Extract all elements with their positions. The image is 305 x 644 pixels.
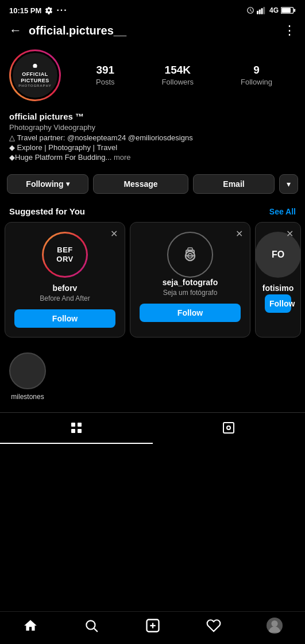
time: 10:15 PM [9, 6, 41, 15]
svg-rect-5 [294, 9, 296, 12]
bio-line-1: △ Travel partner: @nosleepteam24 @emilio… [9, 133, 296, 142]
stat-following[interactable]: 9 Following [241, 64, 272, 87]
see-all-button[interactable]: See All [269, 207, 296, 216]
nav-profile-avatar [267, 618, 283, 634]
close-seja-button[interactable]: ✕ [235, 228, 243, 239]
menu-button[interactable]: ⋮ [283, 23, 296, 38]
stat-posts[interactable]: 391 Posts [96, 64, 115, 87]
grid-tab[interactable] [0, 413, 153, 444]
signal-icon [257, 6, 267, 14]
svg-point-19 [227, 426, 230, 430]
search-icon [84, 618, 99, 633]
battery-icon [281, 6, 296, 14]
highlight-milestones[interactable]: milestones [9, 352, 46, 401]
header: ← official.pictures__ ⋮ [0, 21, 305, 44]
bio-name: official pictures ™ [9, 112, 296, 121]
svg-rect-2 [261, 8, 262, 14]
nav-add[interactable] [122, 618, 183, 634]
svg-point-20 [87, 620, 95, 629]
svg-point-25 [271, 620, 277, 627]
avatar-container: OFFICIAL PICTURES PHOTOGRAPHY [9, 49, 61, 101]
svg-rect-9 [34, 64, 36, 66]
seja-subtitle: Seja um fotógrafo [163, 289, 218, 297]
status-left: 10:15 PM ··· [9, 5, 68, 16]
following-count: 9 [241, 64, 272, 76]
avatar: OFFICIAL PICTURES PHOTOGRAPHY [11, 51, 59, 99]
tag-icon [222, 421, 235, 435]
add-icon [145, 618, 161, 634]
message-button[interactable]: Message [93, 174, 188, 194]
status-right: 4G [246, 6, 296, 14]
svg-rect-14 [71, 423, 75, 427]
tag-tab[interactable] [153, 413, 306, 444]
back-button[interactable]: ← [9, 23, 22, 38]
following-label: Following [241, 78, 272, 86]
close-beforv-button[interactable]: ✕ [110, 228, 118, 239]
follow-fotisimo-button[interactable]: Follow [265, 294, 291, 313]
fotisimo-username: fotisimo [262, 283, 294, 293]
fotisimo-avatar: FO [255, 232, 301, 278]
action-buttons: Following ▾ Message Email ▾ [0, 170, 305, 198]
close-fotisimo-button[interactable]: ✕ [286, 228, 294, 239]
beforv-subtitle: Before And After [40, 294, 90, 302]
follow-seja-button[interactable]: Follow [140, 304, 241, 322]
profile-username: official.pictures__ [29, 24, 276, 37]
dropdown-button[interactable]: ▾ [279, 174, 298, 194]
highlight-circle-milestones [9, 352, 46, 389]
posts-count: 391 [96, 64, 115, 76]
bio-line-3: ◆Huge Platform For Budding... more [9, 153, 296, 162]
svg-line-21 [94, 628, 98, 632]
grid-tag-bar [0, 412, 305, 444]
followers-label: Followers [161, 78, 194, 86]
gear-icon [45, 6, 53, 14]
suggested-scroll: ✕ BEFORV beforv Before And After Follow … [0, 222, 305, 347]
suggested-card-fotisimo: ✕ FO fotisimo Follow [255, 222, 301, 338]
bio-section: official pictures ™ Photography Videogra… [0, 107, 305, 170]
follow-beforv-button[interactable]: Follow [14, 309, 115, 328]
grid-icon [70, 421, 83, 435]
network-type: 4G [269, 6, 279, 14]
svg-rect-1 [259, 10, 261, 14]
bio-subtitle: Photography Videography [9, 123, 296, 132]
seja-username: seja_fotografo [163, 278, 218, 287]
email-button[interactable]: Email [193, 174, 275, 194]
svg-rect-16 [71, 429, 75, 433]
status-bar: 10:15 PM ··· 4G [0, 0, 305, 21]
suggested-header: Suggested for You See All [0, 198, 305, 222]
ellipsis-icon: ··· [56, 5, 67, 16]
nav-profile[interactable] [244, 618, 305, 634]
seja-avatar [167, 232, 213, 278]
svg-rect-15 [78, 423, 82, 427]
stat-followers[interactable]: 154K Followers [161, 64, 194, 87]
suggested-card-beforv: ✕ BEFORV beforv Before And After Follow [5, 222, 125, 338]
nav-search[interactable] [61, 618, 122, 633]
profile-section: OFFICIAL PICTURES PHOTOGRAPHY 391 Posts … [0, 44, 305, 107]
highlights-section: milestones [0, 347, 305, 407]
beforv-avatar: BEFORV [42, 232, 88, 278]
bio-line-2: ◆ Explore | Photography | Travel [9, 143, 296, 152]
svg-rect-6 [281, 8, 291, 13]
stats-container: 391 Posts 154K Followers 9 Following [72, 64, 296, 87]
highlight-label-milestones: milestones [11, 393, 44, 401]
svg-rect-0 [257, 11, 258, 14]
svg-rect-18 [223, 423, 234, 433]
posts-label: Posts [96, 78, 115, 86]
heart-icon [206, 618, 221, 633]
alarm-icon [246, 6, 254, 14]
svg-rect-3 [263, 7, 265, 14]
nav-home[interactable] [0, 618, 61, 633]
home-icon [23, 618, 38, 633]
following-button[interactable]: Following ▾ [7, 174, 88, 194]
beforv-username: beforv [53, 283, 78, 293]
bio-more-button[interactable]: more [114, 153, 131, 162]
svg-rect-17 [78, 429, 82, 433]
suggested-card-seja: ✕ seja_fotografo Seja um fotógrafo Follo… [130, 222, 250, 338]
nav-bar [0, 611, 305, 644]
followers-count: 154K [161, 64, 194, 76]
suggested-title: Suggested for You [9, 206, 85, 216]
nav-heart[interactable] [183, 618, 244, 633]
